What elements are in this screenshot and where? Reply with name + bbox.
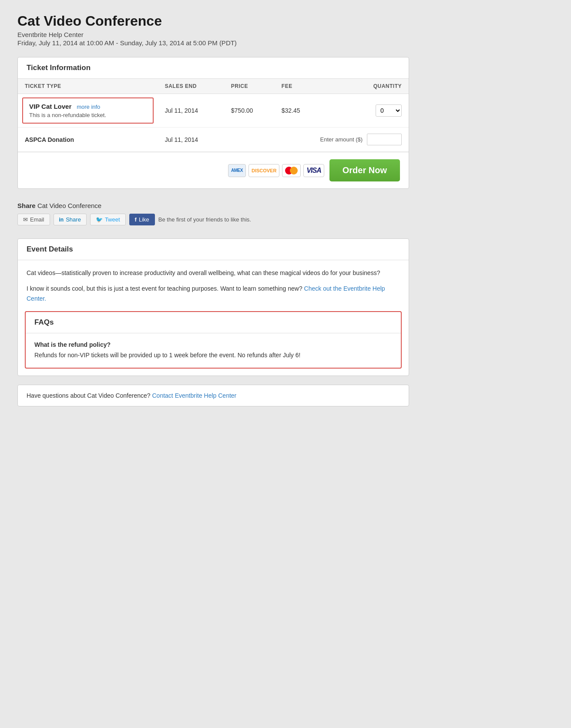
vip-ticket-note: This is a non-refundable ticket. [29,112,147,118]
linkedin-share-button[interactable]: in Share [54,214,87,225]
enter-amount-label: Enter amount ($) [320,136,363,143]
vip-ticket-name-row: VIP Cat Lover more info [29,103,147,110]
share-buttons: ✉ Email in Share 🐦 Tweet f Like Be the f… [17,214,409,225]
faqs-header: FAQs [26,312,401,333]
contact-link[interactable]: Contact Eventbrite Help Center [152,392,237,399]
faq-answer-1: Refunds for non-VIP tickets will be prov… [34,351,392,360]
discover-icon: DISCOVER [252,168,276,173]
vip-ticket-row: VIP Cat Lover more info This is a non-re… [18,94,409,127]
vip-more-info-link[interactable]: more info [77,104,100,110]
event-title: Cat Video Conference [17,13,409,29]
faqs-title: FAQs [34,318,392,327]
email-icon: ✉ [23,216,28,223]
payment-icons: AMEX DISCOVER VISA [228,164,324,177]
col-price: PRICE [224,79,275,94]
discover-badge: DISCOVER [249,164,279,177]
linkedin-icon: in [59,217,64,223]
event-date: Friday, July 11, 2014 at 10:00 AM - Sund… [17,39,409,47]
mastercard-icon [285,167,298,174]
donation-price-cell [224,127,275,152]
faq-question-1: What is the refund policy? [34,341,392,348]
ticket-panel-header: Ticket Information [18,57,409,79]
facebook-like-button[interactable]: f Like [129,214,155,225]
twitter-icon: 🐦 [96,216,103,223]
donation-ticket-name: ASPCA Donation [25,136,74,143]
col-sales-end: SALES END [158,79,224,94]
mastercard-badge [282,164,301,177]
visa-icon: VISA [306,167,321,174]
vip-price: $750.00 [224,94,275,127]
facebook-icon: f [135,216,137,223]
event-details-para-1: Cat videos—statistically proven to incre… [27,268,400,278]
contact-text: Have questions about Cat Video Conferenc… [27,392,400,399]
faqs-body: What is the refund policy? Refunds for n… [26,333,401,368]
ticket-info-panel: Ticket Information TICKET TYPE SALES END… [17,57,409,189]
order-now-button[interactable]: Order Now [329,159,400,181]
amex-icon: AMEX [231,168,243,173]
order-row: AMEX DISCOVER VISA Order Now [18,152,409,188]
vip-quantity-select[interactable]: 0 1 2 3 4 5 [376,104,402,117]
vip-ticket-name: VIP Cat Lover [29,103,71,110]
event-details-title: Event Details [27,245,400,254]
share-section: Share Cat Video Conference ✉ Email in Sh… [17,198,409,230]
twitter-share-button[interactable]: 🐦 Tweet [90,214,126,225]
vip-quantity-cell: 0 1 2 3 4 5 [333,94,409,127]
col-quantity: QUANTITY [333,79,409,94]
col-fee: FEE [275,79,333,94]
donation-amount-cell: Enter amount ($) [275,127,409,152]
event-organizer: Eventbrite Help Center [17,31,409,38]
enter-amount-input[interactable] [367,134,402,145]
ticket-panel-title: Ticket Information [27,64,400,72]
donation-ticket-row: ASPCA Donation Jul 11, 2014 Enter amount… [18,127,409,152]
donation-sales-end: Jul 11, 2014 [158,127,224,152]
contact-panel: Have questions about Cat Video Conferenc… [17,385,409,406]
vip-sales-end: Jul 11, 2014 [158,94,224,127]
event-details-body: Cat videos—statistically proven to incre… [18,260,409,311]
event-details-para-2: I know it sounds cool, but this is just … [27,284,400,303]
email-share-button[interactable]: ✉ Email [17,214,50,225]
ticket-table: TICKET TYPE SALES END PRICE FEE QUANTITY… [18,79,409,152]
vip-ticket-box: VIP Cat Lover more info This is a non-re… [22,97,154,124]
event-details-panel: Event Details Cat videos—statistically p… [17,238,409,376]
event-details-header: Event Details [18,239,409,260]
share-like-text: Be the first of your friends to like thi… [158,216,251,223]
share-title: Share Cat Video Conference [17,202,409,209]
vip-fee: $32.45 [275,94,333,127]
ticket-table-header-row: TICKET TYPE SALES END PRICE FEE QUANTITY [18,79,409,94]
visa-badge: VISA [303,164,324,177]
amex-badge: AMEX [228,164,246,177]
col-ticket-type: TICKET TYPE [18,79,158,94]
donation-ticket-name-cell: ASPCA Donation [18,127,158,152]
faqs-panel: FAQs What is the refund policy? Refunds … [25,311,402,369]
